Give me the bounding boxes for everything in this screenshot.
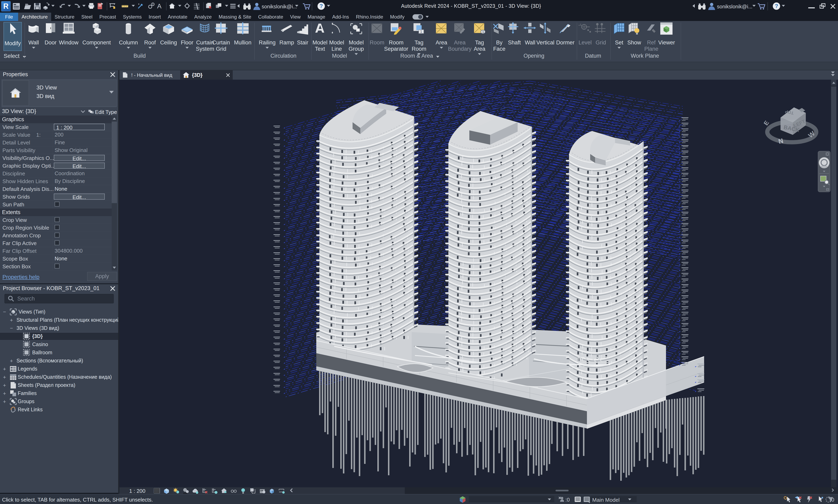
svg-text:1: 1 xyxy=(482,30,484,34)
svg-text:?: ? xyxy=(775,3,778,9)
svg-text:1: 1 xyxy=(152,3,154,5)
svg-text:A: A xyxy=(157,3,162,10)
svg-text:?: ? xyxy=(320,3,323,9)
svg-text:1: 1 xyxy=(420,30,422,33)
